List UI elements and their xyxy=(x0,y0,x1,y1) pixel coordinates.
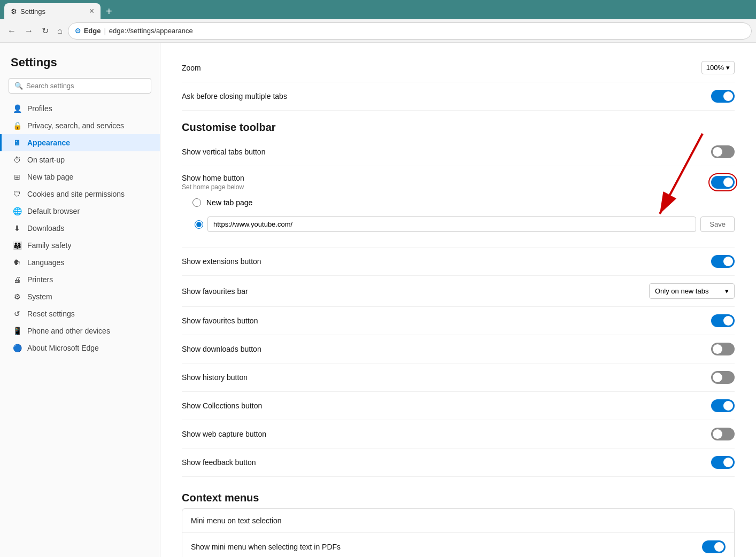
sidebar-item-label: Phone and other devices xyxy=(27,327,110,335)
forward-button[interactable]: → xyxy=(21,24,36,38)
sidebar-item-languages[interactable]: 🗣Languages xyxy=(0,254,160,271)
sidebar-item-downloads[interactable]: ⬇Downloads xyxy=(0,220,160,237)
refresh-button[interactable]: ↻ xyxy=(38,24,52,38)
home-button[interactable]: ⌂ xyxy=(54,24,66,38)
sidebar-item-label: Languages xyxy=(27,258,64,267)
ask-close-tabs-row: Ask before closing multiple tabs xyxy=(182,82,735,111)
show-favourites-bar-label: Show favourites bar xyxy=(182,287,248,296)
show-collections-btn-slider xyxy=(711,399,735,412)
ask-close-tabs-slider xyxy=(711,90,735,103)
sidebar-item-label: Profiles xyxy=(27,104,52,113)
sidebar-item-profiles[interactable]: 👤Profiles xyxy=(0,100,160,117)
show-feedback-slider xyxy=(711,456,735,469)
customise-toolbar-title: Customise toolbar xyxy=(182,121,735,134)
about-icon: 🔵 xyxy=(12,344,22,352)
new-tab-radio[interactable] xyxy=(192,198,201,207)
sidebar-item-defaultbrowser[interactable]: 🌐Default browser xyxy=(0,203,160,220)
show-collections-btn-toggle[interactable] xyxy=(711,399,735,412)
mini-menu-pdf-slider xyxy=(702,540,726,553)
startup-icon: ⏱ xyxy=(12,156,22,164)
favourites-bar-dropdown[interactable]: Only on new tabs ▾ xyxy=(649,283,735,299)
ask-close-tabs-label: Ask before closing multiple tabs xyxy=(182,92,287,100)
sidebar-item-startup[interactable]: ⏱On start-up xyxy=(0,151,160,168)
sidebar-item-familysafety[interactable]: 👨‍👩‍👧Family safety xyxy=(0,237,160,254)
address-bar[interactable]: ⊙ Edge | edge://settings/appearance xyxy=(68,22,752,40)
sidebar-item-system[interactable]: ⚙System xyxy=(0,288,160,305)
search-settings-box[interactable]: 🔍 xyxy=(9,78,151,94)
search-input[interactable] xyxy=(26,82,145,90)
show-favourites-btn-slider xyxy=(711,314,735,327)
sidebar-item-label: Cookies and site permissions xyxy=(27,190,125,198)
show-vertical-tabs-label: Show vertical tabs button xyxy=(182,148,265,156)
system-icon: ⚙ xyxy=(12,292,22,301)
show-collections-btn-label: Show Collections button xyxy=(182,401,262,410)
save-button[interactable]: Save xyxy=(700,216,735,232)
home-page-radio-group: New tab page Save xyxy=(182,191,735,239)
address-separator: | xyxy=(104,27,105,35)
sidebar-item-label: System xyxy=(27,292,52,301)
printers-icon: 🖨 xyxy=(12,275,22,284)
edge-logo-icon: ⊙ xyxy=(75,27,81,35)
appearance-icon: 🖥 xyxy=(12,138,22,147)
sidebar-item-label: Family safety xyxy=(27,241,71,250)
back-button[interactable]: ← xyxy=(4,24,19,38)
sidebar-item-phone[interactable]: 📱Phone and other devices xyxy=(0,322,160,339)
tab-close-button[interactable]: × xyxy=(89,7,94,16)
show-vertical-tabs-toggle[interactable] xyxy=(711,145,735,158)
show-extensions-row: Show extensions button xyxy=(182,247,735,276)
show-feedback-row: Show feedback button xyxy=(182,448,735,477)
new-tab-button[interactable]: + xyxy=(103,5,115,18)
sidebar-item-reset[interactable]: ↺Reset settings xyxy=(0,305,160,322)
sidebar-item-label: Reset settings xyxy=(27,310,75,318)
main-content: Zoom 100% ▾ Ask before closing multiple … xyxy=(160,43,756,557)
favourites-bar-chevron-icon: ▾ xyxy=(725,287,729,295)
search-icon: 🔍 xyxy=(14,82,23,90)
show-vertical-tabs-row: Show vertical tabs button xyxy=(182,138,735,166)
show-history-btn-toggle[interactable] xyxy=(711,371,735,384)
sidebar-item-newtab[interactable]: ⊞New tab page xyxy=(0,168,160,185)
sidebar: Settings 🔍 👤Profiles🔒Privacy, search, an… xyxy=(0,43,160,557)
show-favourites-btn-toggle[interactable] xyxy=(711,314,735,327)
zoom-dropdown[interactable]: 100% ▾ xyxy=(701,61,735,74)
tab-title: Settings xyxy=(20,7,86,16)
show-feedback-toggle[interactable] xyxy=(711,456,735,469)
mini-menu-row: Mini menu on text selection xyxy=(182,509,734,532)
ask-close-tabs-toggle[interactable] xyxy=(711,90,735,103)
profiles-icon: 👤 xyxy=(12,104,22,113)
home-url-input[interactable] xyxy=(207,216,696,232)
show-web-capture-toggle[interactable] xyxy=(711,428,735,440)
show-web-capture-row: Show web capture button xyxy=(182,420,735,448)
sidebar-item-appearance[interactable]: 🖥Appearance xyxy=(0,134,160,151)
url-radio-row: Save xyxy=(192,213,735,235)
sidebar-item-about[interactable]: 🔵About Microsoft Edge xyxy=(0,339,160,357)
new-tab-radio-row: New tab page xyxy=(192,195,735,210)
show-extensions-slider xyxy=(711,255,735,268)
privacy-icon: 🔒 xyxy=(12,121,22,130)
sidebar-item-privacy[interactable]: 🔒Privacy, search, and services xyxy=(0,117,160,134)
show-web-capture-label: Show web capture button xyxy=(182,430,266,438)
new-tab-radio-label: New tab page xyxy=(206,198,252,207)
show-home-btn-row: Show home button Set home page below New… xyxy=(182,166,735,247)
show-home-btn-label: Show home button xyxy=(182,174,244,182)
familysafety-icon: 👨‍👩‍👧 xyxy=(12,241,22,250)
zoom-value: 100% xyxy=(706,64,724,72)
sidebar-item-cookies[interactable]: 🛡Cookies and site permissions xyxy=(0,185,160,203)
sidebar-item-label: Privacy, search, and services xyxy=(27,121,124,130)
cookies-icon: 🛡 xyxy=(12,190,22,198)
show-extensions-toggle[interactable] xyxy=(711,255,735,268)
active-tab[interactable]: ⚙ Settings × xyxy=(4,3,101,19)
tab-settings-icon: ⚙ xyxy=(11,7,17,16)
show-home-btn-toggle[interactable] xyxy=(711,176,735,189)
sidebar-item-label: Default browser xyxy=(27,207,80,215)
newtab-icon: ⊞ xyxy=(12,173,22,181)
sidebar-item-label: Downloads xyxy=(27,224,64,233)
phone-icon: 📱 xyxy=(12,327,22,335)
show-history-btn-label: Show history button xyxy=(182,373,248,382)
show-extensions-label: Show extensions button xyxy=(182,257,261,266)
mini-menu-pdf-toggle[interactable] xyxy=(702,540,726,553)
url-radio[interactable] xyxy=(195,220,203,229)
sidebar-item-label: About Microsoft Edge xyxy=(27,344,99,352)
show-downloads-btn-toggle[interactable] xyxy=(711,343,735,355)
show-downloads-btn-row: Show downloads button xyxy=(182,335,735,363)
sidebar-item-printers[interactable]: 🖨Printers xyxy=(0,271,160,288)
